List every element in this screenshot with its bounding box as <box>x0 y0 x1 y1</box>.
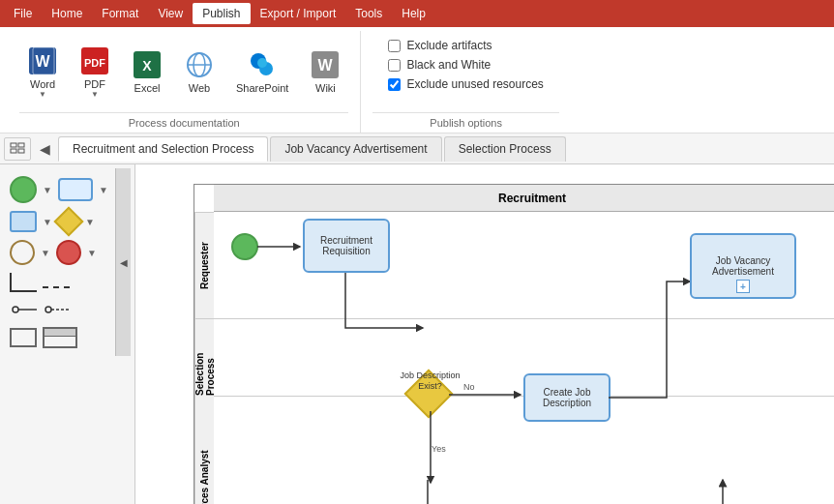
exclude-unused-option[interactable]: Exclude unused resources <box>388 77 543 91</box>
menu-tools[interactable]: Tools <box>345 3 392 24</box>
task-create-job-desc[interactable]: Create JobDescription <box>523 373 611 422</box>
menu-view[interactable]: View <box>148 3 193 24</box>
dot-connector-tool[interactable] <box>10 300 37 319</box>
tool-row-4 <box>8 269 111 296</box>
exclude-unused-label: Exclude unused resources <box>406 77 543 91</box>
arrow-gateway-yes <box>426 411 445 504</box>
pdf-label: PDF <box>84 78 105 90</box>
exclude-artifacts-checkbox[interactable] <box>388 40 401 52</box>
dot-dashed-tool[interactable] <box>43 300 70 319</box>
main-area: ▼ ▼ ▼ ▼ <box>0 164 834 504</box>
end-event-terminate-tool[interactable] <box>56 240 81 265</box>
table-tool[interactable] <box>43 327 77 348</box>
tool-row-2: ▼ ▼ <box>8 207 111 236</box>
gateway-tool[interactable] <box>58 211 79 232</box>
toolbox: ▼ ▼ ▼ ▼ <box>0 164 135 504</box>
no-label: No <box>463 382 475 392</box>
tab-selection-process[interactable]: Selection Process <box>444 136 566 162</box>
svg-rect-15 <box>11 143 16 147</box>
diagram-view-btn[interactable] <box>4 137 31 161</box>
ribbon-section-publish-options: Exclude artifacts Black and White Exclud… <box>361 31 570 133</box>
black-white-label: Black and White <box>406 58 491 72</box>
lane-divider-1 <box>214 318 834 319</box>
exclude-artifacts-label: Exclude artifacts <box>406 39 491 52</box>
publish-options-label: Publish options <box>372 112 558 133</box>
pool-container: Recruitment Requester Selection Process … <box>194 184 834 504</box>
svg-point-19 <box>13 307 18 312</box>
excel-icon: X <box>132 49 163 80</box>
tool-row-1: ▼ ▼ <box>8 172 111 207</box>
word-icon: W <box>27 45 58 76</box>
menu-export-import[interactable]: Export / Import <box>251 3 346 24</box>
web-button[interactable]: Web <box>176 45 223 98</box>
svg-rect-18 <box>18 149 24 153</box>
ribbon: W Word ▼ PDF PDF ▼ <box>0 27 834 133</box>
pdf-icon: PDF <box>79 45 110 76</box>
menu-bar: File Home Format View Publish Export / I… <box>0 0 834 27</box>
start-event-1[interactable] <box>231 233 258 260</box>
word-button[interactable]: W Word ▼ <box>19 42 66 103</box>
tab-recruitment-selection[interactable]: Recruitment and Selection Process <box>58 136 268 162</box>
menu-publish[interactable]: Publish <box>193 3 250 24</box>
subprocess-job-vacancy[interactable]: Job VacancyAdvertisement + <box>690 233 796 299</box>
publish-options-group: Exclude artifacts Black and White Exclud… <box>372 31 558 99</box>
svg-point-21 <box>45 307 51 312</box>
arrow-start-task1 <box>257 238 306 255</box>
web-label: Web <box>189 82 210 94</box>
tool-row-5 <box>8 296 111 323</box>
wiki-button[interactable]: W Wiki <box>302 45 348 98</box>
wiki-icon: W <box>310 49 341 80</box>
sharepoint-label: SharePoint <box>236 82 288 94</box>
elbow-connector-tool[interactable] <box>10 273 37 292</box>
menu-file[interactable]: File <box>4 3 42 24</box>
pool-header: Recruitment <box>214 185 834 212</box>
start-event-tool[interactable] <box>10 176 37 203</box>
dashed-connector-tool[interactable] <box>43 277 70 288</box>
svg-text:X: X <box>142 58 152 74</box>
exclude-unused-checkbox[interactable] <box>388 78 401 91</box>
svg-point-12 <box>257 58 267 68</box>
menu-format[interactable]: Format <box>92 3 148 24</box>
lane-selection-label: Selection Process <box>194 318 214 396</box>
svg-text:W: W <box>318 57 334 74</box>
yes-label: Yes <box>432 444 446 454</box>
arrow-yes-subprocess <box>428 480 747 504</box>
exclude-artifacts-option[interactable]: Exclude artifacts <box>388 39 543 52</box>
menu-help[interactable]: Help <box>392 3 435 24</box>
tool-row-6 <box>8 323 111 352</box>
black-white-option[interactable]: Black and White <box>388 58 543 72</box>
subprocess-tool[interactable] <box>10 211 37 232</box>
small-rect-tool[interactable] <box>10 328 37 347</box>
collapse-toolbox-btn[interactable]: ◀ <box>115 168 131 356</box>
lane-requester-label: Requester <box>194 212 214 318</box>
task-tool[interactable] <box>58 178 93 201</box>
end-event-none-tool[interactable] <box>10 240 35 265</box>
ribbon-section-process-doc: W Word ▼ PDF PDF ▼ <box>8 31 361 133</box>
web-icon <box>184 49 215 80</box>
menu-home[interactable]: Home <box>42 3 92 24</box>
process-doc-label: Process documentation <box>19 112 348 133</box>
sharepoint-button[interactable]: SharePoint <box>228 45 296 98</box>
pdf-button[interactable]: PDF PDF ▼ <box>72 42 118 103</box>
word-label: Word <box>30 78 55 90</box>
tool-row-3: ▼ ▼ <box>8 236 111 269</box>
svg-rect-17 <box>11 149 16 153</box>
sharepoint-icon <box>247 49 278 80</box>
canvas: Recruitment Requester Selection Process … <box>135 164 834 504</box>
gateway-label: Job DescriptionExist? <box>384 371 476 392</box>
canvas-inner: Recruitment Requester Selection Process … <box>155 174 834 504</box>
task-recruitment-requisition[interactable]: RecruitmentRequisition <box>303 219 390 273</box>
tab-job-vacancy[interactable]: Job Vacancy Advertisement <box>270 136 441 162</box>
svg-rect-16 <box>18 143 24 147</box>
lane-resources-label: Resources Analyst <box>194 396 214 504</box>
tabs-bar: ◀ Recruitment and Selection Process Job … <box>0 133 834 164</box>
excel-button[interactable]: X Excel <box>124 45 170 98</box>
svg-text:W: W <box>35 53 50 70</box>
svg-text:PDF: PDF <box>84 57 105 69</box>
ribbon-buttons-process-doc: W Word ▼ PDF PDF ▼ <box>19 31 348 112</box>
excel-label: Excel <box>134 82 161 94</box>
back-btn[interactable]: ◀ <box>33 137 56 161</box>
black-white-checkbox[interactable] <box>388 59 401 72</box>
wiki-label: Wiki <box>315 82 336 94</box>
subprocess-marker: + <box>736 280 750 293</box>
